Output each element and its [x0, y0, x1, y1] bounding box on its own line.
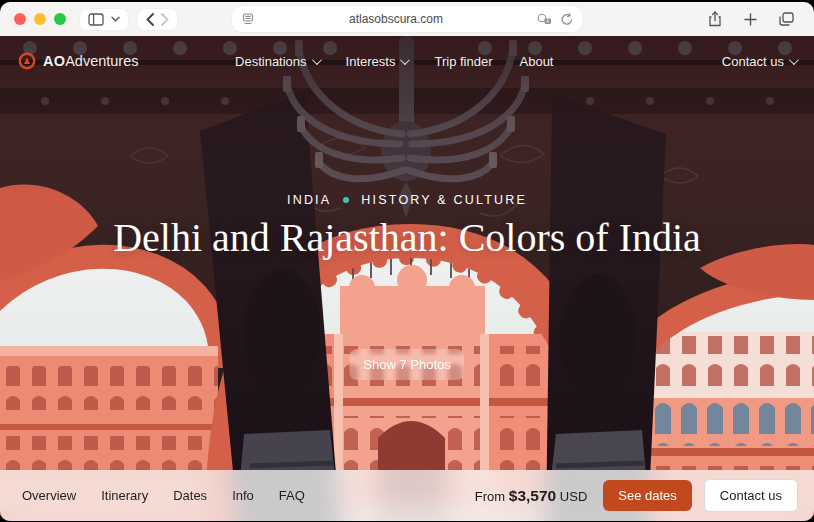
back-button-icon[interactable]: [146, 13, 154, 26]
sidebar-chevron-down-icon[interactable]: [111, 16, 120, 22]
translate-icon[interactable]: A: [537, 13, 552, 25]
tab-itinerary[interactable]: Itinerary: [101, 488, 148, 503]
breadcrumb: INDIA HISTORY & CULTURE: [0, 193, 814, 207]
browser-titlebar: atlasobscura.com A: [0, 2, 814, 36]
nav-item-destinations[interactable]: Destinations: [235, 54, 319, 69]
nav-item-interests[interactable]: Interests: [346, 54, 408, 69]
tab-overview-icon[interactable]: [779, 12, 794, 26]
traffic-lights: [14, 13, 66, 25]
breadcrumb-category[interactable]: HISTORY & CULTURE: [361, 193, 527, 207]
ao-logo-icon: [18, 52, 36, 70]
reload-icon[interactable]: [561, 13, 573, 26]
trip-action-bar: Overview Itinerary Dates Info FAQ From $…: [0, 470, 814, 521]
brand-logo[interactable]: AOAdventures: [18, 52, 139, 70]
tab-faq[interactable]: FAQ: [279, 488, 305, 503]
tab-overview[interactable]: Overview: [22, 488, 76, 503]
minimize-window-button[interactable]: [34, 13, 46, 25]
close-window-button[interactable]: [14, 13, 26, 25]
share-icon[interactable]: [708, 11, 722, 27]
breadcrumb-country[interactable]: INDIA: [287, 193, 331, 207]
page-title: Delhi and Rajasthan: Colors of India: [107, 214, 707, 261]
zoom-window-button[interactable]: [54, 13, 66, 25]
reader-view-icon[interactable]: [241, 13, 255, 26]
new-tab-icon[interactable]: [744, 13, 757, 26]
nav-item-about[interactable]: About: [519, 54, 553, 69]
brand-text: AOAdventures: [43, 53, 139, 69]
tab-info[interactable]: Info: [232, 488, 254, 503]
chevron-down-icon: [312, 55, 322, 65]
trip-actions: From $3,570 USD See dates Contact us: [475, 479, 798, 512]
chevron-down-icon: [400, 55, 410, 65]
see-dates-button[interactable]: See dates: [603, 480, 692, 511]
sidebar-controls: [80, 9, 128, 30]
nav-item-trip-finder[interactable]: Trip finder: [434, 54, 492, 69]
forward-button-icon[interactable]: [161, 13, 169, 26]
nav-links: Destinations Interests Trip finder About: [235, 54, 553, 69]
price-amount: $3,570: [509, 487, 556, 504]
site-navbar: AOAdventures Destinations Interests Trip…: [0, 36, 814, 86]
price-text: From $3,570 USD: [475, 487, 587, 505]
sidebar-icon[interactable]: [88, 13, 104, 26]
address-bar[interactable]: atlasobscura.com A: [232, 6, 582, 32]
breadcrumb-dot: [343, 197, 349, 203]
chevron-down-icon: [789, 55, 799, 65]
contact-us-button[interactable]: Contact us: [704, 479, 798, 512]
url-text[interactable]: atlasobscura.com: [255, 12, 537, 26]
history-nav: [138, 9, 177, 30]
hero-section: AOAdventures Destinations Interests Trip…: [0, 36, 814, 521]
tab-dates[interactable]: Dates: [173, 488, 207, 503]
hero-photo: [0, 36, 814, 521]
show-photos-button[interactable]: Show 7 Photos: [349, 349, 464, 380]
browser-window: atlasobscura.com A: [0, 2, 814, 521]
toolbar-right: [708, 11, 800, 27]
trip-tabs: Overview Itinerary Dates Info FAQ: [22, 488, 305, 503]
nav-contact-us[interactable]: Contact us: [722, 54, 796, 69]
